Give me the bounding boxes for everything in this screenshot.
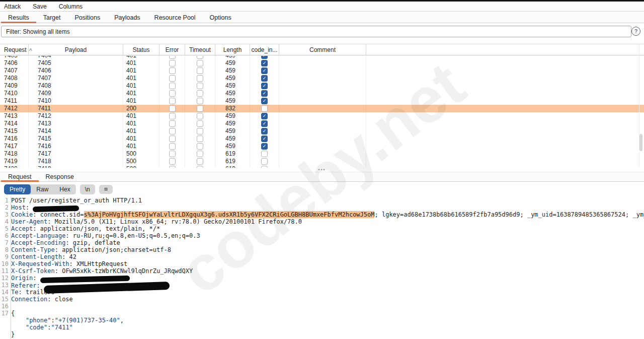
- unchecked-checkbox[interactable]: [197, 128, 203, 134]
- cell-length: 459: [215, 90, 250, 97]
- column-header-comment[interactable]: Comment: [279, 44, 366, 55]
- column-header-payload[interactable]: Payload: [29, 44, 123, 55]
- table-row[interactable]: 74177416401459✓: [0, 143, 644, 150]
- tab-options[interactable]: Options: [203, 12, 238, 23]
- tab-results[interactable]: Results: [1, 12, 36, 23]
- unchecked-checkbox[interactable]: [169, 120, 176, 127]
- unchecked-checkbox[interactable]: [169, 56, 176, 59]
- unchecked-checkbox[interactable]: [169, 128, 176, 134]
- splitter-handle[interactable]: •••: [0, 168, 644, 172]
- unchecked-checkbox[interactable]: [197, 113, 203, 119]
- unchecked-checkbox[interactable]: [197, 98, 203, 104]
- unchecked-checkbox[interactable]: [197, 75, 203, 82]
- unchecked-checkbox[interactable]: [169, 151, 176, 157]
- table-row[interactable]: 74057404401459✓: [0, 56, 644, 59]
- checked-checkbox[interactable]: ✓: [261, 120, 268, 127]
- table-row[interactable]: 74097408401459✓: [0, 82, 644, 90]
- unchecked-checkbox[interactable]: [169, 67, 176, 74]
- unchecked-checkbox[interactable]: [261, 151, 268, 157]
- checked-checkbox[interactable]: ✓: [261, 143, 268, 150]
- checked-checkbox[interactable]: ✓: [261, 60, 268, 66]
- tab-positions[interactable]: Positions: [67, 12, 107, 23]
- table-row[interactable]: 74127411200832: [0, 105, 644, 112]
- vertical-scrollbar-thumb[interactable]: [639, 134, 642, 151]
- line-number: 15: [0, 296, 9, 303]
- table-row[interactable]: 74197418500619: [0, 158, 644, 165]
- pretty-button[interactable]: Pretty: [4, 184, 31, 194]
- checked-checkbox[interactable]: ✓: [261, 113, 268, 119]
- unchecked-checkbox[interactable]: [197, 83, 203, 89]
- table-row[interactable]: 74087407401459✓: [0, 75, 644, 82]
- unchecked-checkbox[interactable]: [197, 135, 203, 142]
- filter-bar[interactable]: Filter: Showing all items: [1, 26, 631, 37]
- request-editor[interactable]: 1POST /user/register_or_auth HTTP/1.12Ho…: [0, 196, 644, 339]
- column-header-status[interactable]: Status: [123, 44, 159, 55]
- tab-target[interactable]: Target: [36, 12, 68, 23]
- cell-error: [159, 67, 185, 75]
- table-row[interactable]: 74107409401459✓: [0, 90, 644, 97]
- column-header-request[interactable]: Request ∧: [0, 44, 29, 55]
- newline-toggle-button[interactable]: \n: [80, 184, 95, 194]
- unchecked-checkbox[interactable]: [169, 113, 176, 119]
- hex-button[interactable]: Hex: [54, 184, 75, 194]
- checked-checkbox[interactable]: ✓: [261, 128, 268, 134]
- unchecked-checkbox[interactable]: [169, 98, 176, 104]
- checked-checkbox[interactable]: ✓: [261, 56, 268, 59]
- checked-checkbox[interactable]: ✓: [261, 83, 268, 89]
- menu-columns[interactable]: Columns: [59, 3, 83, 10]
- unchecked-checkbox[interactable]: [197, 90, 203, 97]
- unchecked-checkbox[interactable]: [261, 105, 268, 112]
- menu-attack[interactable]: Attack: [4, 3, 21, 10]
- table-row[interactable]: 74167415401459✓: [0, 135, 644, 143]
- unchecked-checkbox[interactable]: [169, 60, 176, 66]
- table-row[interactable]: 74137412401459✓: [0, 112, 644, 120]
- checked-checkbox[interactable]: ✓: [261, 90, 268, 97]
- editor-menu-button[interactable]: ≡: [99, 185, 113, 194]
- table-row[interactable]: 74077406401459✓: [0, 67, 644, 75]
- unchecked-checkbox[interactable]: [261, 158, 268, 165]
- unchecked-checkbox[interactable]: [197, 120, 203, 127]
- unchecked-checkbox[interactable]: [197, 143, 203, 150]
- unchecked-checkbox[interactable]: [197, 56, 203, 59]
- line-content: Host:: [11, 204, 79, 211]
- request-text: Cookie: [11, 211, 33, 218]
- unchecked-checkbox[interactable]: [197, 158, 203, 165]
- tab-resource-pool[interactable]: Resource Pool: [147, 12, 203, 23]
- table-row[interactable]: 74117410401459✓: [0, 97, 644, 105]
- unchecked-checkbox[interactable]: [197, 60, 203, 66]
- help-icon[interactable]: ?: [631, 27, 640, 36]
- unchecked-checkbox[interactable]: [169, 75, 176, 82]
- checked-checkbox[interactable]: ✓: [261, 98, 268, 104]
- unchecked-checkbox[interactable]: [169, 135, 176, 142]
- column-header-error[interactable]: Error: [159, 44, 185, 55]
- unchecked-checkbox[interactable]: [169, 105, 176, 112]
- table-row[interactable]: 74067405401459✓: [0, 59, 644, 67]
- checked-checkbox[interactable]: ✓: [261, 75, 268, 82]
- unchecked-checkbox[interactable]: [169, 90, 176, 97]
- table-row[interactable]: 74187417500619: [0, 150, 644, 158]
- unchecked-checkbox[interactable]: [169, 83, 176, 89]
- unchecked-checkbox[interactable]: [197, 67, 203, 74]
- raw-button[interactable]: Raw: [31, 184, 54, 194]
- checked-checkbox[interactable]: ✓: [261, 67, 268, 74]
- cell-status: 401: [123, 112, 159, 120]
- menu-save[interactable]: Save: [33, 3, 46, 10]
- cell-payload: 7407: [29, 75, 123, 82]
- cell-error: [159, 56, 185, 59]
- request-text: ,: [120, 317, 124, 324]
- request-line: 4User-Agent: Mozilla/5.0 (X11; Linux x86…: [0, 218, 644, 225]
- column-header-length[interactable]: Length: [215, 44, 250, 55]
- column-header-code-in[interactable]: code_in...: [250, 44, 279, 55]
- unchecked-checkbox[interactable]: [197, 151, 203, 157]
- unchecked-checkbox[interactable]: [169, 158, 176, 165]
- tab-payloads[interactable]: Payloads: [107, 12, 147, 23]
- checked-checkbox[interactable]: ✓: [261, 135, 268, 142]
- unchecked-checkbox[interactable]: [197, 105, 203, 112]
- table-row[interactable]: 74147413401459✓: [0, 120, 644, 127]
- tab-request[interactable]: Request: [1, 172, 39, 181]
- tab-response[interactable]: Response: [39, 172, 81, 181]
- column-header-timeout[interactable]: Timeout: [185, 44, 215, 55]
- unchecked-checkbox[interactable]: [169, 143, 176, 150]
- table-row[interactable]: 74157414401459✓: [0, 127, 644, 135]
- cell-request: 7414: [0, 120, 29, 127]
